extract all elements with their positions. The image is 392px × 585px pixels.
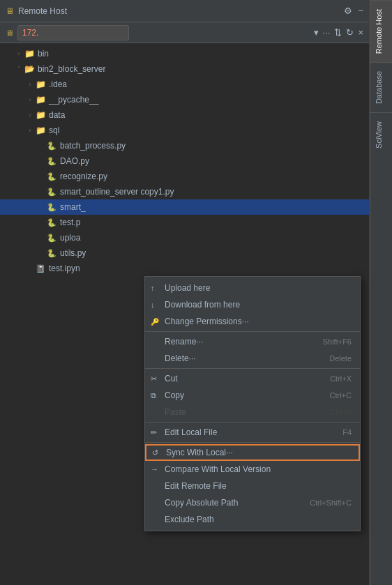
tree-item-label: smart_outline_server copy1.py <box>60 187 174 197</box>
close-icon[interactable]: × <box>358 27 363 38</box>
menu-item-label: Upload here <box>165 283 210 293</box>
tree-item-test[interactable]: 🐍 test.p <box>0 215 369 230</box>
tree-item-batch[interactable]: 🐍 batch_process.py <box>0 138 369 153</box>
edit-icon: ✏ <box>151 428 157 437</box>
tree-item-dao[interactable]: 🐍 DAO.py <box>0 153 369 169</box>
menu-item-label: Paste <box>165 407 186 417</box>
separator-2 <box>145 368 360 369</box>
menu-item-cut[interactable]: ✂ Cut Ctrl+X <box>145 370 360 387</box>
menu-item-upload[interactable]: ↑ Upload here <box>145 280 360 296</box>
folder-icon: 📁 <box>35 110 46 120</box>
address-bar: 🖥 ▾ ··· ⇅ ↻ × <box>0 22 369 43</box>
tree-item-label: test.p <box>60 218 80 227</box>
tree-item-label: sql <box>49 126 59 135</box>
folder-icon: 📁 <box>35 95 46 105</box>
sidebar-tab-remote-host[interactable]: Remote Host <box>370 0 392 62</box>
tree-item-label: smart_ <box>60 202 86 212</box>
tree-item-bin[interactable]: › 📁 bin <box>0 46 369 61</box>
tree-item-label: .idea <box>49 79 67 89</box>
tree-item-label: recognize.py <box>60 172 107 181</box>
sidebar-tab-database[interactable]: Database <box>370 62 392 112</box>
tree-item-notebook[interactable]: 📓 test.ipyn <box>0 261 369 276</box>
menu-item-label: Download from here <box>165 300 240 310</box>
cut-icon: ✂ <box>151 374 157 383</box>
address-input[interactable] <box>17 25 129 40</box>
tree-item-label: DAO.py <box>60 156 89 166</box>
more-icon[interactable]: ··· <box>323 27 331 38</box>
menu-item-paste[interactable]: Paste Ctrl+V <box>145 404 360 420</box>
expand-arrow: ˅ <box>14 66 24 73</box>
copy-path-shortcut: Ctrl+Shift+C <box>310 499 352 507</box>
title-bar-actions: ⚙ − <box>344 6 363 16</box>
menu-item-exclude[interactable]: Exclude Path <box>145 511 360 528</box>
copy-icon: ⧉ <box>151 391 156 400</box>
folder-icon: 📁 <box>35 79 46 89</box>
tree-item-label: bin <box>38 49 49 59</box>
tree-item-idea[interactable]: › 📁 .idea <box>0 77 369 92</box>
tree-item-sql[interactable]: › 📁 sql <box>0 123 369 138</box>
tree-item-label: bin2_block_server <box>38 64 105 74</box>
title-bar: 🖥 Remote Host ⚙ − <box>0 0 369 22</box>
notebook-file-icon: 📓 <box>35 264 46 273</box>
menu-item-label: Change Permissions··· <box>165 317 249 326</box>
address-bar-icons: ▾ ··· ⇅ ↻ × <box>314 27 363 38</box>
expand-arrow: › <box>25 81 35 88</box>
tree-item-utils[interactable]: 🐍 utils.py <box>0 245 369 261</box>
menu-item-compare-local[interactable]: → Compare With Local Version <box>145 461 360 478</box>
sidebar-tab-sciview[interactable]: SciView <box>370 112 392 157</box>
menu-item-label: Copy <box>165 390 184 400</box>
menu-item-label: Rename··· <box>165 337 203 347</box>
menu-item-label: Compare With Local Version <box>165 464 271 474</box>
refresh-icon[interactable]: ↻ <box>346 27 354 38</box>
folder-icon: 📁 <box>35 126 46 135</box>
sidebar-tab-label: Database <box>375 71 383 104</box>
edit-local-shortcut: F4 <box>342 428 352 436</box>
expand-arrow: › <box>25 96 35 103</box>
tree-item-label: data <box>49 110 65 120</box>
menu-item-download[interactable]: ↓ Download from here <box>145 296 360 313</box>
host-small-icon: 🖥 <box>6 29 13 37</box>
title-bar-left: 🖥 Remote Host <box>6 6 67 16</box>
tree-item-recognize[interactable]: 🐍 recognize.py <box>0 169 369 184</box>
separator-4 <box>145 442 360 443</box>
tree-item-smart-selected[interactable]: 🐍 smart_ <box>0 199 369 215</box>
sync-icon: ↺ <box>152 448 158 457</box>
python-file-icon: 🐍 <box>46 141 57 151</box>
split-icon[interactable]: ⇅ <box>334 27 342 38</box>
paste-shortcut: Ctrl+V <box>330 408 352 416</box>
tree-item-upload[interactable]: 🐍 uploa <box>0 230 369 245</box>
host-icon: 🖥 <box>6 6 14 16</box>
settings-icon[interactable]: ⚙ <box>344 6 352 16</box>
menu-item-delete[interactable]: Delete··· Delete <box>145 350 360 367</box>
separator-1 <box>145 331 360 332</box>
python-file-icon: 🐍 <box>46 202 57 212</box>
tree-item-data[interactable]: › 📁 data <box>0 107 369 123</box>
python-file-icon: 🐍 <box>46 248 57 258</box>
expand-arrow: › <box>25 112 35 119</box>
expand-arrow: › <box>25 127 35 134</box>
menu-item-label: Edit Local File <box>165 427 217 437</box>
python-file-icon: 🐍 <box>46 156 57 166</box>
menu-item-label: Cut <box>165 374 178 383</box>
menu-item-label: Delete··· <box>165 354 196 363</box>
menu-item-label: Sync With Local··· <box>166 448 233 457</box>
menu-item-change-permissions[interactable]: 🔑 Change Permissions··· <box>145 313 360 330</box>
minimize-icon[interactable]: − <box>358 6 363 16</box>
tree-item-label: batch_process.py <box>60 141 126 151</box>
menu-item-copy-path[interactable]: Copy Absolute Path Ctrl+Shift+C <box>145 494 360 511</box>
tree-item-smart-outline[interactable]: 🐍 smart_outline_server copy1.py <box>0 184 369 199</box>
menu-item-sync-local[interactable]: ↺ Sync With Local··· <box>145 444 360 461</box>
dropdown-icon[interactable]: ▾ <box>314 27 319 38</box>
tree-item-label: utils.py <box>60 248 86 258</box>
menu-item-edit-local[interactable]: ✏ Edit Local File F4 <box>145 424 360 441</box>
menu-item-rename[interactable]: Rename··· Shift+F6 <box>145 333 360 350</box>
menu-item-copy[interactable]: ⧉ Copy Ctrl+C <box>145 387 360 404</box>
tree-item-label: uploa <box>60 233 80 243</box>
menu-item-label: Exclude Path <box>165 515 214 524</box>
upload-icon: ↑ <box>151 284 155 292</box>
tree-item-pycache[interactable]: › 📁 __pycache__ <box>0 92 369 107</box>
menu-item-edit-remote[interactable]: Edit Remote File <box>145 478 360 494</box>
download-icon: ↓ <box>151 301 155 309</box>
tree-item-bin2[interactable]: ˅ 📂 bin2_block_server <box>0 61 369 77</box>
sidebar-tab-label: SciView <box>375 121 383 149</box>
